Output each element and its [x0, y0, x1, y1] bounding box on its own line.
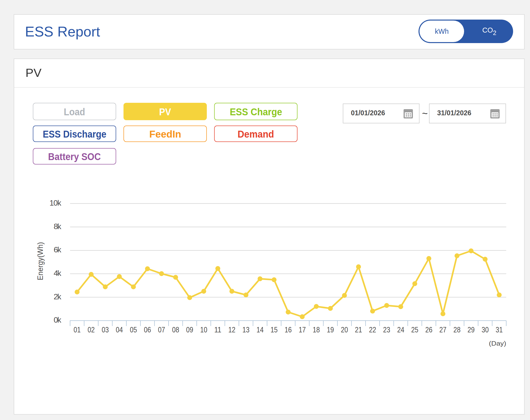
svg-text:04: 04: [116, 325, 123, 334]
svg-text:27: 27: [439, 325, 446, 334]
svg-text:20: 20: [341, 325, 348, 334]
svg-text:(Day): (Day): [489, 340, 506, 347]
svg-text:12: 12: [228, 325, 236, 334]
svg-text:17: 17: [299, 325, 306, 334]
svg-text:10k: 10k: [49, 198, 61, 207]
svg-text:26: 26: [425, 325, 432, 334]
svg-text:08: 08: [172, 325, 179, 334]
svg-text:06: 06: [144, 325, 151, 334]
svg-text:2k: 2k: [54, 292, 61, 301]
svg-text:07: 07: [158, 325, 165, 334]
svg-text:22: 22: [369, 325, 376, 334]
svg-text:4k: 4k: [54, 269, 61, 278]
svg-text:29: 29: [468, 325, 475, 334]
svg-text:19: 19: [327, 325, 334, 334]
svg-text:05: 05: [130, 325, 137, 334]
svg-text:0k: 0k: [54, 315, 61, 324]
svg-text:28: 28: [454, 325, 461, 334]
svg-text:03: 03: [102, 325, 109, 334]
svg-text:30: 30: [482, 325, 489, 334]
svg-text:14: 14: [257, 325, 264, 334]
svg-text:13: 13: [242, 325, 250, 334]
svg-text:11: 11: [214, 325, 221, 334]
svg-text:Energy(Wh): Energy(Wh): [36, 242, 44, 280]
svg-text:01: 01: [74, 325, 81, 334]
svg-text:23: 23: [383, 325, 390, 334]
svg-text:6k: 6k: [54, 245, 61, 254]
svg-text:21: 21: [355, 325, 362, 334]
svg-text:25: 25: [411, 325, 418, 334]
svg-text:02: 02: [88, 325, 95, 334]
svg-text:24: 24: [397, 325, 404, 334]
svg-text:31: 31: [496, 325, 503, 334]
svg-text:09: 09: [186, 325, 193, 334]
svg-text:15: 15: [270, 325, 278, 334]
svg-text:8k: 8k: [54, 222, 61, 231]
svg-text:18: 18: [313, 325, 320, 334]
svg-text:10: 10: [200, 325, 207, 334]
svg-text:16: 16: [285, 325, 292, 334]
